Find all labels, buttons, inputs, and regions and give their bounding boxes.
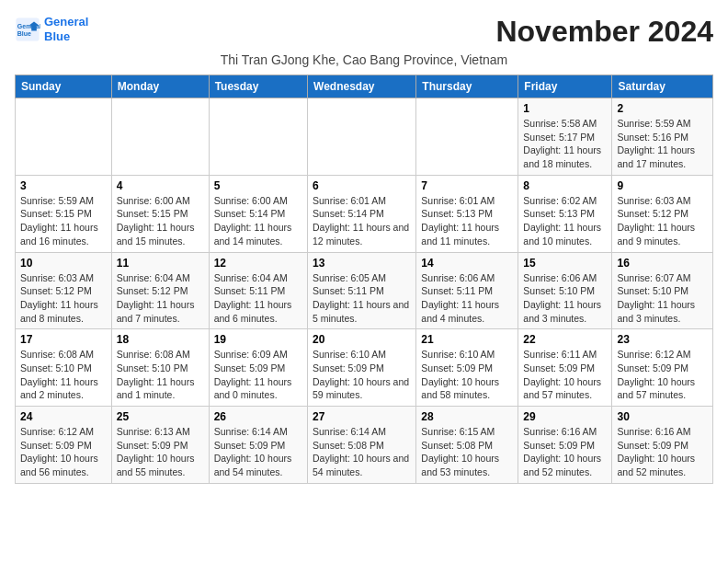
day-info: Sunrise: 6:05 AM Sunset: 5:11 PM Dayligh… [313,271,411,326]
calendar-cell: 13Sunrise: 6:05 AM Sunset: 5:11 PM Dayli… [308,252,416,329]
day-number: 10 [20,257,107,270]
calendar-cell: 7Sunrise: 6:01 AM Sunset: 5:13 PM Daylig… [416,175,518,252]
day-number: 11 [117,257,204,270]
day-of-week-header: Friday [518,75,612,98]
calendar-week-row: 24Sunrise: 6:12 AM Sunset: 5:09 PM Dayli… [16,407,713,484]
day-info: Sunrise: 6:03 AM Sunset: 5:12 PM Dayligh… [617,194,708,248]
page-subtitle: Thi Tran GJong Khe, Cao Bang Province, V… [15,52,713,67]
page-title: November 2024 [495,15,713,49]
day-info: Sunrise: 6:11 AM Sunset: 5:09 PM Dayligh… [523,348,607,402]
day-number: 24 [20,410,107,423]
calendar-cell: 17Sunrise: 6:08 AM Sunset: 5:10 PM Dayli… [16,329,112,407]
day-info: Sunrise: 6:10 AM Sunset: 5:09 PM Dayligh… [421,348,513,402]
calendar-cell: 14Sunrise: 6:06 AM Sunset: 5:11 PM Dayli… [416,252,518,329]
calendar-header-row: SundayMondayTuesdayWednesdayThursdayFrid… [16,75,713,98]
logo-text: General Blue [44,15,88,43]
calendar-week-row: 3Sunrise: 5:59 AM Sunset: 5:15 PM Daylig… [16,175,713,252]
day-info: Sunrise: 6:10 AM Sunset: 5:09 PM Dayligh… [313,348,411,402]
calendar-cell: 18Sunrise: 6:08 AM Sunset: 5:10 PM Dayli… [111,329,209,407]
day-info: Sunrise: 6:12 AM Sunset: 5:09 PM Dayligh… [20,425,107,479]
day-number: 27 [313,410,411,423]
day-number: 4 [117,179,204,192]
day-info: Sunrise: 6:04 AM Sunset: 5:12 PM Dayligh… [117,271,204,326]
calendar-cell: 11Sunrise: 6:04 AM Sunset: 5:12 PM Dayli… [111,252,209,329]
day-number: 3 [20,179,107,192]
day-number: 22 [523,333,607,346]
calendar-cell: 1Sunrise: 5:58 AM Sunset: 5:17 PM Daylig… [518,98,612,176]
svg-text:General: General [17,22,40,29]
day-info: Sunrise: 6:14 AM Sunset: 5:09 PM Dayligh… [214,425,302,479]
day-number: 6 [313,179,411,192]
logo: General Blue General Blue [15,15,88,43]
calendar-cell [111,98,209,176]
calendar-cell: 21Sunrise: 6:10 AM Sunset: 5:09 PM Dayli… [416,329,518,407]
day-info: Sunrise: 6:15 AM Sunset: 5:08 PM Dayligh… [421,425,513,479]
calendar-cell: 29Sunrise: 6:16 AM Sunset: 5:09 PM Dayli… [518,407,612,484]
calendar-cell: 19Sunrise: 6:09 AM Sunset: 5:09 PM Dayli… [209,329,307,407]
day-info: Sunrise: 6:16 AM Sunset: 5:09 PM Dayligh… [523,425,607,479]
day-number: 30 [617,410,708,423]
calendar-cell: 12Sunrise: 6:04 AM Sunset: 5:11 PM Dayli… [209,252,307,329]
calendar-cell: 5Sunrise: 6:00 AM Sunset: 5:14 PM Daylig… [209,175,307,252]
day-info: Sunrise: 6:06 AM Sunset: 5:11 PM Dayligh… [421,271,513,326]
calendar-cell: 4Sunrise: 6:00 AM Sunset: 5:15 PM Daylig… [111,175,209,252]
day-number: 16 [617,257,708,270]
day-number: 17 [20,333,107,346]
day-number: 20 [313,333,411,346]
calendar-cell: 16Sunrise: 6:07 AM Sunset: 5:10 PM Dayli… [612,252,713,329]
day-info: Sunrise: 6:13 AM Sunset: 5:09 PM Dayligh… [117,425,204,479]
calendar-week-row: 17Sunrise: 6:08 AM Sunset: 5:10 PM Dayli… [16,329,713,407]
day-info: Sunrise: 5:59 AM Sunset: 5:15 PM Dayligh… [20,194,107,248]
day-info: Sunrise: 6:02 AM Sunset: 5:13 PM Dayligh… [523,194,607,248]
calendar-table: SundayMondayTuesdayWednesdayThursdayFrid… [15,75,713,484]
day-number: 14 [421,257,513,270]
calendar-cell: 24Sunrise: 6:12 AM Sunset: 5:09 PM Dayli… [16,407,112,484]
day-number: 18 [117,333,204,346]
calendar-cell: 6Sunrise: 6:01 AM Sunset: 5:14 PM Daylig… [308,175,416,252]
day-info: Sunrise: 6:03 AM Sunset: 5:12 PM Dayligh… [20,271,107,326]
calendar-cell [16,98,112,176]
day-info: Sunrise: 6:09 AM Sunset: 5:09 PM Dayligh… [214,348,302,402]
calendar-cell: 30Sunrise: 6:16 AM Sunset: 5:09 PM Dayli… [612,407,713,484]
calendar-cell: 15Sunrise: 6:06 AM Sunset: 5:10 PM Dayli… [518,252,612,329]
day-number: 15 [523,257,607,270]
day-number: 8 [523,179,607,192]
day-number: 23 [617,333,708,346]
day-info: Sunrise: 6:12 AM Sunset: 5:09 PM Dayligh… [617,348,708,402]
day-info: Sunrise: 5:58 AM Sunset: 5:17 PM Dayligh… [523,117,607,171]
day-info: Sunrise: 6:08 AM Sunset: 5:10 PM Dayligh… [117,348,204,402]
calendar-cell: 26Sunrise: 6:14 AM Sunset: 5:09 PM Dayli… [209,407,307,484]
day-number: 28 [421,410,513,423]
day-info: Sunrise: 6:07 AM Sunset: 5:10 PM Dayligh… [617,271,708,326]
day-number: 2 [617,102,708,115]
day-number: 29 [523,410,607,423]
day-number: 19 [214,333,302,346]
day-info: Sunrise: 6:06 AM Sunset: 5:10 PM Dayligh… [523,271,607,326]
day-info: Sunrise: 6:04 AM Sunset: 5:11 PM Dayligh… [214,271,302,326]
day-number: 21 [421,333,513,346]
day-number: 12 [214,257,302,270]
day-info: Sunrise: 6:01 AM Sunset: 5:14 PM Dayligh… [313,194,411,248]
logo-icon: General Blue [15,17,40,42]
calendar-cell: 22Sunrise: 6:11 AM Sunset: 5:09 PM Dayli… [518,329,612,407]
calendar-cell [308,98,416,176]
day-number: 7 [421,179,513,192]
calendar-cell: 10Sunrise: 6:03 AM Sunset: 5:12 PM Dayli… [16,252,112,329]
calendar-cell [209,98,307,176]
calendar-cell: 9Sunrise: 6:03 AM Sunset: 5:12 PM Daylig… [612,175,713,252]
day-of-week-header: Tuesday [209,75,307,98]
calendar-cell: 23Sunrise: 6:12 AM Sunset: 5:09 PM Dayli… [612,329,713,407]
calendar-week-row: 1Sunrise: 5:58 AM Sunset: 5:17 PM Daylig… [16,98,713,176]
day-info: Sunrise: 6:00 AM Sunset: 5:15 PM Dayligh… [117,194,204,248]
calendar-cell: 3Sunrise: 5:59 AM Sunset: 5:15 PM Daylig… [16,175,112,252]
day-info: Sunrise: 5:59 AM Sunset: 5:16 PM Dayligh… [617,117,708,171]
calendar-cell [416,98,518,176]
day-number: 1 [523,102,607,115]
day-of-week-header: Thursday [416,75,518,98]
calendar-cell: 8Sunrise: 6:02 AM Sunset: 5:13 PM Daylig… [518,175,612,252]
day-number: 5 [214,179,302,192]
day-info: Sunrise: 6:16 AM Sunset: 5:09 PM Dayligh… [617,425,708,479]
calendar-cell: 25Sunrise: 6:13 AM Sunset: 5:09 PM Dayli… [111,407,209,484]
day-info: Sunrise: 6:08 AM Sunset: 5:10 PM Dayligh… [20,348,107,402]
svg-text:Blue: Blue [17,30,31,37]
